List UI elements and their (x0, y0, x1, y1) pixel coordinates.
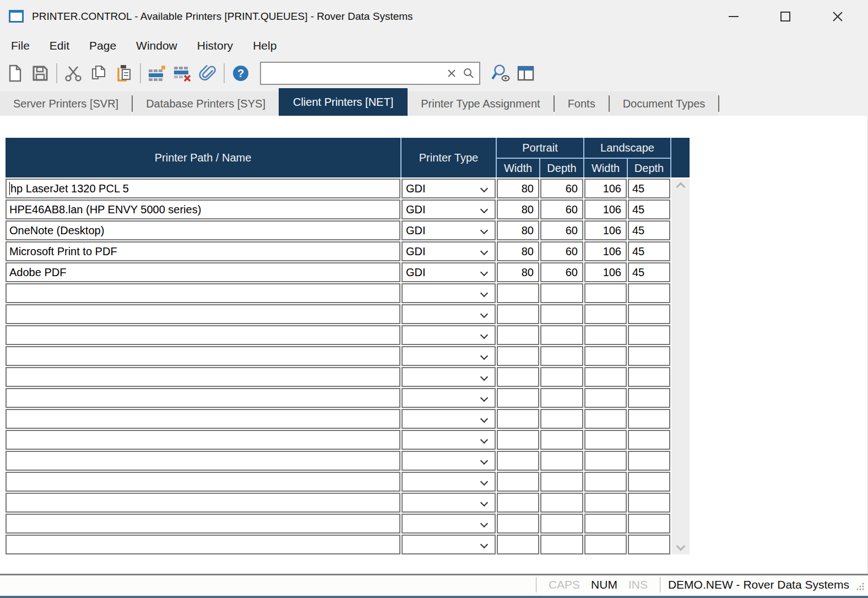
chevron-down-icon[interactable] (480, 247, 488, 255)
chevron-down-icon[interactable] (480, 436, 488, 444)
printer-path-cell[interactable] (6, 283, 400, 303)
landscape-width-cell[interactable] (584, 283, 627, 303)
menu-file[interactable]: File (1, 33, 40, 58)
landscape-depth-cell[interactable]: 45 (628, 200, 670, 219)
scroll-up-icon[interactable] (676, 182, 685, 192)
landscape-depth-cell[interactable] (628, 283, 670, 303)
resize-grip-icon[interactable] (856, 582, 865, 591)
landscape-depth-cell[interactable] (628, 430, 670, 450)
printer-path-cell[interactable] (6, 451, 400, 471)
portrait-depth-cell[interactable] (540, 430, 583, 450)
portrait-width-cell[interactable] (497, 535, 539, 554)
portrait-width-cell[interactable]: 80 (497, 220, 539, 240)
portrait-width-cell[interactable] (497, 514, 539, 534)
menu-history[interactable]: History (187, 33, 243, 58)
portrait-depth-cell[interactable]: 60 (540, 220, 583, 240)
chevron-down-icon[interactable] (480, 289, 488, 297)
landscape-width-cell[interactable] (584, 409, 627, 429)
chevron-down-icon[interactable] (480, 499, 488, 507)
portrait-depth-cell[interactable]: 60 (540, 241, 583, 261)
landscape-width-cell[interactable] (584, 430, 627, 450)
layout-button[interactable] (513, 61, 539, 86)
chevron-down-icon[interactable] (480, 331, 488, 339)
cut-button[interactable] (61, 61, 86, 86)
chevron-down-icon[interactable] (480, 415, 488, 423)
printer-path-cell[interactable] (6, 430, 400, 450)
portrait-width-cell[interactable] (497, 388, 539, 408)
chevron-down-icon[interactable] (480, 185, 488, 192)
chevron-down-icon[interactable] (480, 394, 488, 402)
chevron-down-icon[interactable] (480, 352, 488, 360)
landscape-depth-cell[interactable] (628, 409, 670, 429)
landscape-width-cell[interactable] (584, 535, 627, 554)
printer-path-cell[interactable] (6, 514, 400, 534)
portrait-width-cell[interactable]: 80 (497, 262, 539, 282)
portrait-depth-cell[interactable] (540, 535, 583, 554)
landscape-depth-cell[interactable]: 45 (628, 179, 670, 198)
menu-window[interactable]: Window (126, 33, 187, 58)
printer-type-dropdown[interactable] (402, 514, 496, 534)
portrait-depth-cell[interactable] (540, 493, 583, 513)
landscape-width-cell[interactable] (584, 367, 627, 387)
landscape-width-cell[interactable] (584, 493, 627, 513)
printer-type-dropdown[interactable] (402, 493, 496, 513)
printer-path-cell[interactable]: hp LaserJet 1320 PCL 5 (6, 179, 400, 198)
portrait-width-cell[interactable] (497, 283, 539, 303)
portrait-width-cell[interactable] (497, 472, 539, 492)
printer-path-cell[interactable] (6, 304, 400, 324)
printer-type-dropdown[interactable]: GDI (402, 220, 496, 240)
landscape-width-cell[interactable] (584, 451, 627, 471)
chevron-down-icon[interactable] (480, 310, 488, 318)
search-input[interactable] (261, 63, 446, 84)
landscape-depth-cell[interactable]: 45 (628, 262, 670, 282)
printer-path-cell[interactable]: OneNote (Desktop) (6, 220, 400, 240)
find-preview-button[interactable] (488, 61, 513, 86)
paste-button[interactable] (111, 61, 137, 86)
portrait-depth-cell[interactable] (540, 388, 583, 408)
landscape-width-cell[interactable] (584, 304, 627, 324)
chevron-down-icon[interactable] (480, 206, 488, 213)
printer-type-dropdown[interactable] (402, 451, 496, 471)
portrait-width-cell[interactable] (497, 325, 539, 345)
minimize-button[interactable] (721, 7, 746, 26)
tab-printer-type-assignment[interactable]: Printer Type Assignment (408, 91, 553, 116)
printer-path-cell[interactable] (6, 493, 400, 513)
printer-type-dropdown[interactable] (402, 472, 496, 492)
portrait-depth-cell[interactable]: 60 (540, 179, 583, 198)
printer-type-dropdown[interactable]: GDI (402, 241, 496, 261)
landscape-depth-cell[interactable] (628, 367, 670, 387)
printer-path-cell[interactable] (6, 346, 400, 366)
portrait-width-cell[interactable]: 80 (497, 200, 539, 219)
printer-type-dropdown[interactable] (402, 283, 496, 303)
portrait-width-cell[interactable]: 80 (497, 179, 539, 198)
portrait-width-cell[interactable]: 80 (497, 241, 539, 261)
landscape-width-cell[interactable] (584, 346, 627, 366)
printer-path-cell[interactable]: HPE46AB8.lan (HP ENVY 5000 series) (6, 200, 400, 219)
landscape-depth-cell[interactable] (628, 493, 670, 513)
tab-database-printers[interactable]: Database Printers [SYS] (133, 91, 279, 116)
printer-path-cell[interactable] (6, 535, 400, 554)
landscape-width-cell[interactable]: 106 (584, 262, 627, 282)
landscape-width-cell[interactable] (584, 388, 627, 408)
portrait-depth-cell[interactable] (540, 472, 583, 492)
chevron-down-icon[interactable] (480, 478, 488, 486)
landscape-width-cell[interactable]: 106 (584, 220, 627, 240)
portrait-depth-cell[interactable]: 60 (540, 200, 583, 219)
chevron-down-icon[interactable] (480, 457, 488, 465)
scroll-down-icon[interactable] (676, 542, 685, 551)
portrait-depth-cell[interactable] (540, 325, 583, 345)
printer-path-cell[interactable] (6, 367, 400, 387)
printer-type-dropdown[interactable] (402, 346, 496, 366)
clear-search-icon[interactable] (446, 68, 457, 79)
tab-document-types[interactable]: Document Types (610, 91, 719, 116)
close-button[interactable] (826, 7, 850, 26)
landscape-width-cell[interactable]: 106 (584, 179, 627, 198)
landscape-depth-cell[interactable]: 45 (628, 220, 670, 240)
landscape-depth-cell[interactable] (628, 472, 670, 492)
portrait-depth-cell[interactable] (540, 283, 583, 303)
landscape-depth-cell[interactable] (628, 514, 670, 534)
portrait-depth-cell[interactable] (540, 346, 583, 366)
portrait-width-cell[interactable] (497, 367, 539, 387)
landscape-depth-cell[interactable] (628, 451, 670, 471)
printer-type-dropdown[interactable] (402, 304, 496, 324)
